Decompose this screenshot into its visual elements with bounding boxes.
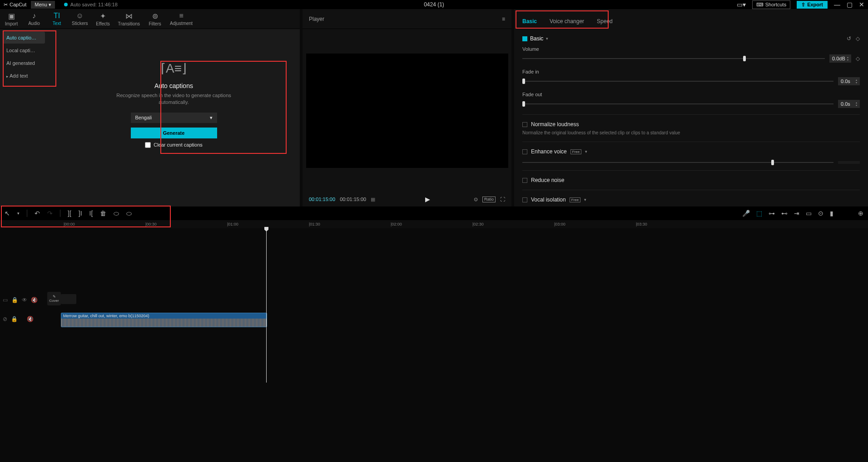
- timeline-area[interactable]: ▭ 🔒 👁 🔇 ⊘ 🔒 • 🔇 ✎ Cover Merrow guitar, c…: [0, 228, 868, 460]
- reset-icon[interactable]: ↺: [847, 35, 851, 42]
- autosave-dot-icon: [64, 3, 68, 6]
- vocalisolation-checkbox[interactable]: Vocal isolation Free ▾: [522, 197, 860, 203]
- tab-audio[interactable]: ♪Audio: [23, 9, 45, 29]
- autocaptions-icon: ⌈A≡⌋: [161, 61, 187, 76]
- tab-text[interactable]: TIText: [45, 9, 68, 29]
- sidebar-item-addtext[interactable]: Add text: [3, 70, 45, 82]
- fadeout-value-input[interactable]: 0.0s▴▾: [838, 100, 860, 108]
- tab-filters[interactable]: ⊚Filters: [144, 9, 166, 29]
- delete-icon[interactable]: 🗑: [100, 210, 106, 217]
- marker-icon[interactable]: ▮: [830, 210, 833, 217]
- fadein-value-input[interactable]: 0.0s▴▾: [838, 77, 860, 85]
- lock-icon[interactable]: 🔒: [11, 316, 18, 322]
- normalize-checkbox[interactable]: Normalize loudness: [522, 121, 860, 128]
- menu-button[interactable]: Menu▾: [31, 1, 55, 9]
- fullscreen-icon[interactable]: ⛶: [500, 197, 505, 202]
- audio-clip[interactable]: Merrow guitar, chill out, winter, emo b(…: [61, 313, 267, 327]
- transitions-icon: ⋈: [125, 12, 133, 20]
- media-panel: ▣Import ♪Audio TIText ☺Stickers ✦Effects…: [0, 9, 300, 206]
- volume-slider[interactable]: [522, 58, 825, 59]
- player-menu-icon[interactable]: ≡: [502, 16, 505, 22]
- tab-import[interactable]: ▣Import: [0, 9, 23, 29]
- basic-toggle[interactable]: [522, 36, 527, 41]
- enhance-checkbox[interactable]: Enhance voice Free ▾: [522, 148, 860, 155]
- tab-stickers[interactable]: ☺Stickers: [68, 9, 92, 29]
- volume-value-input[interactable]: 0.0dB▴▾: [829, 54, 851, 63]
- mute-icon[interactable]: 🔇: [27, 316, 34, 322]
- upload-icon: ⇧: [801, 2, 805, 8]
- track-controls: ▭ 🔒 👁 🔇 ⊘ 🔒 • 🔇: [0, 228, 45, 460]
- enhance-value-input[interactable]: [838, 161, 860, 164]
- clear-captions-checkbox[interactable]: Clear current captions: [115, 142, 233, 148]
- tab-voicechanger[interactable]: Voice changer: [548, 14, 586, 29]
- playhead[interactable]: [266, 228, 267, 383]
- chevron-down-icon: ▾: [584, 197, 586, 202]
- extract-icon[interactable]: ⇥: [794, 210, 799, 217]
- cover-slot[interactable]: [61, 294, 76, 304]
- split-icon[interactable]: ][: [68, 210, 71, 217]
- keyframe-icon[interactable]: ◇: [856, 35, 860, 42]
- zoom-icon[interactable]: ⊙: [818, 210, 823, 217]
- track-toggle-icon[interactable]: ▭: [3, 297, 8, 303]
- app-name: CapCut: [10, 2, 26, 7]
- cover-icon: ✎: [53, 295, 56, 299]
- scale-icon[interactable]: ⊙: [474, 197, 478, 202]
- reducenoise-checkbox[interactable]: Reduce noise: [522, 177, 860, 183]
- clear-captions-input[interactable]: [145, 142, 151, 148]
- sidebar-item-autocaptions[interactable]: Auto captio…: [3, 32, 45, 44]
- track-toggle-icon[interactable]: ⊘: [3, 316, 7, 322]
- fadein-slider[interactable]: [522, 81, 833, 82]
- chevron-down-icon[interactable]: ▾: [546, 36, 548, 41]
- text-content-area: ⌈A≡⌋ Auto captions Recognize speech in t…: [48, 29, 300, 206]
- keyframe-icon[interactable]: ◇: [856, 55, 860, 62]
- undo-button[interactable]: ↶: [35, 210, 40, 217]
- shortcuts-button[interactable]: ⌨ Shortcuts: [752, 0, 790, 9]
- tab-transitions[interactable]: ⋈Transitions: [114, 9, 144, 29]
- split-left-icon[interactable]: ]I: [79, 210, 82, 217]
- language-select[interactable]: Bengali ▾: [131, 113, 217, 123]
- total-time: 00:01:15:00: [340, 197, 366, 202]
- shield-icon[interactable]: ⬭: [114, 210, 119, 217]
- mic-icon[interactable]: 🎤: [742, 210, 750, 217]
- player-title: Player: [309, 16, 324, 22]
- logo-icon: ✂: [4, 2, 8, 8]
- ratio-button[interactable]: Ratio: [482, 197, 496, 202]
- video-preview[interactable]: [306, 54, 508, 168]
- tab-basic[interactable]: Basic: [521, 14, 539, 29]
- fit-icon[interactable]: ⊕: [858, 210, 863, 217]
- play-button[interactable]: ▶: [425, 196, 430, 203]
- selection-tool-icon[interactable]: ↖: [5, 210, 10, 217]
- redo-button[interactable]: ↷: [47, 210, 53, 217]
- maximize-button[interactable]: ▢: [847, 1, 853, 8]
- keyboard-icon: ⌨: [756, 2, 764, 8]
- cover-button[interactable]: ✎ Cover: [47, 292, 61, 305]
- eye-icon[interactable]: 👁: [22, 297, 27, 303]
- shield2-icon[interactable]: ⬭: [126, 210, 132, 217]
- mute-icon[interactable]: 🔇: [31, 297, 38, 303]
- tab-adjustment[interactable]: ≡Adjustment: [166, 9, 196, 29]
- export-button[interactable]: ⇧ Export: [797, 1, 828, 9]
- generate-button[interactable]: Generate: [131, 128, 217, 138]
- enhance-slider[interactable]: [522, 162, 833, 163]
- volume-label: Volume: [522, 46, 860, 52]
- sidebar-item-localcaptions[interactable]: Local capti…: [3, 44, 45, 56]
- compare-icon[interactable]: ▦: [371, 197, 375, 202]
- fadeout-slider[interactable]: [522, 103, 833, 104]
- preview-icon[interactable]: ▭: [806, 210, 812, 217]
- lock-icon[interactable]: 🔒: [11, 297, 18, 303]
- layout-icon[interactable]: ▭▾: [737, 1, 746, 8]
- chevron-down-icon[interactable]: ▾: [17, 211, 20, 216]
- tab-effects[interactable]: ✦Effects: [92, 9, 114, 29]
- minimize-button[interactable]: —: [834, 1, 840, 8]
- clip-label: Merrow guitar, chill out, winter, emo b(…: [61, 313, 267, 319]
- autocaptions-title: Auto captions: [115, 82, 233, 89]
- magnet-icon[interactable]: ⬚: [756, 210, 762, 217]
- chain-icon[interactable]: ⊷: [781, 210, 788, 217]
- split-right-icon[interactable]: I[: [89, 210, 93, 217]
- tab-speed[interactable]: Speed: [595, 14, 615, 29]
- link-icon[interactable]: ⊶: [769, 210, 775, 217]
- close-button[interactable]: ✕: [859, 1, 864, 8]
- sidebar-item-aigenerated[interactable]: AI generated: [3, 57, 45, 69]
- adjustment-icon: ≡: [179, 12, 183, 20]
- timeline-ruler[interactable]: |00:00 |00:30 |01:00 |01:30 |02:00 |02:3…: [0, 220, 868, 228]
